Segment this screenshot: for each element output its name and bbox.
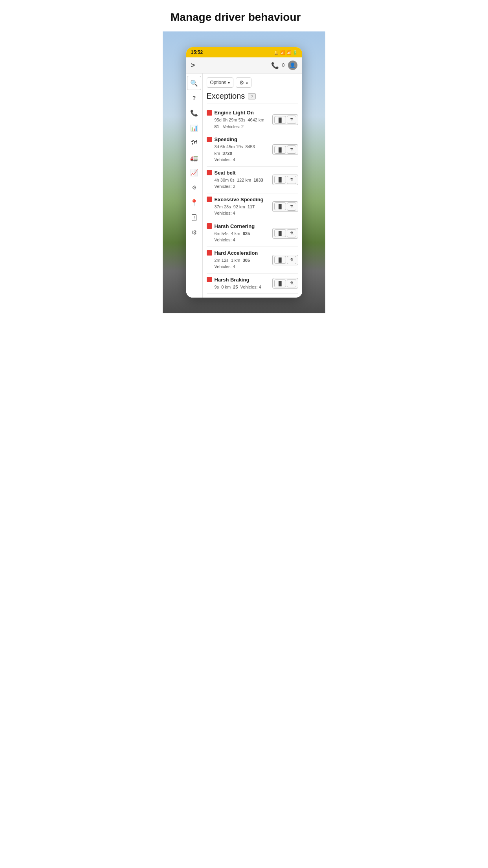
exception-details-excessive-speeding: 37m 28s 92 km 117Vehicles: 4 xyxy=(207,204,272,217)
exception-details-speeding: 3d 6h 45m 19s 8453 km 3720Vehicles: 4 xyxy=(207,143,272,163)
exception-name-row-seat-belt: Seat belt xyxy=(207,170,272,176)
sidebar-item-settings[interactable]: ⚙ xyxy=(187,225,201,239)
bar-chart-button-excessive-speeding[interactable]: ▐▌ xyxy=(274,202,286,210)
bar-chart-button-engine-light[interactable]: ▐▌ xyxy=(274,116,286,124)
status-time: 15:52 xyxy=(191,50,203,55)
section-header: Exceptions ? xyxy=(207,92,298,103)
sidebar-item-map[interactable]: 🗺 xyxy=(187,136,201,150)
bar-chart-button-speeding[interactable]: ▐▌ xyxy=(274,146,286,154)
flask-button-seat-belt[interactable]: ⚗ xyxy=(287,176,296,184)
sidebar-item-help[interactable]: ? xyxy=(187,91,201,105)
nav-bar: > 📞 0 👤 xyxy=(186,57,302,74)
sidebar-item-alert[interactable]: ! xyxy=(187,210,201,224)
options-button[interactable]: Options xyxy=(207,77,233,88)
sidebar-item-search[interactable]: 🔍 xyxy=(187,76,201,90)
settings-button[interactable]: ⚙ xyxy=(236,77,251,88)
user-avatar[interactable]: 👤 xyxy=(288,61,297,70)
truck-icon: 🚛 xyxy=(190,154,198,162)
sidebar-item-engine[interactable]: ⚙ xyxy=(187,180,201,195)
status-bar: 15:52 🔔 📶 📶 🔋 xyxy=(186,47,302,57)
flask-button-harsh-cornering[interactable]: ⚗ xyxy=(287,229,296,237)
nav-right: 📞 0 👤 xyxy=(271,61,297,70)
exception-left-seat-belt: Seat belt4h 30m 0s 122 km 1033Vehicles: … xyxy=(207,170,272,190)
location-icon: 📍 xyxy=(190,199,198,206)
exception-details-hard-acceleration: 2m 12s 1 km 305Vehicles: 4 xyxy=(207,257,272,270)
exception-name-row-hard-acceleration: Hard Acceleration xyxy=(207,250,272,256)
toolbar: Options ⚙ xyxy=(207,77,298,88)
count-bold: 305 xyxy=(243,258,250,263)
map-icon: 🗺 xyxy=(191,139,197,146)
sidebar-item-phone[interactable]: 📞 xyxy=(187,106,201,120)
bar-chart-button-seat-belt[interactable]: ▐▌ xyxy=(274,176,286,184)
sidebar-item-trend[interactable]: 📈 xyxy=(187,166,201,180)
action-button-group-excessive-speeding[interactable]: ▐▌⚗ xyxy=(272,201,298,212)
red-indicator-engine-light xyxy=(207,110,212,116)
exception-actions-seat-belt: ▐▌⚗ xyxy=(272,175,298,185)
flask-button-engine-light[interactable]: ⚗ xyxy=(287,116,296,124)
exception-name-row-harsh-cornering: Harsh Cornering xyxy=(207,223,272,229)
bar-chart-button-harsh-braking[interactable]: ▐▌ xyxy=(274,280,286,287)
settings-gear-icon: ⚙ xyxy=(239,79,244,86)
action-button-group-speeding[interactable]: ▐▌⚗ xyxy=(272,144,298,155)
action-button-group-hard-acceleration[interactable]: ▐▌⚗ xyxy=(272,255,298,265)
flask-icon: ⚗ xyxy=(290,231,294,236)
page-header: Manage driver behaviour xyxy=(163,0,325,31)
app-body: 🔍 ? 📞 📊 🗺 🚛 xyxy=(186,74,302,298)
flask-icon: ⚗ xyxy=(290,281,294,286)
sidebar-item-location[interactable]: 📍 xyxy=(187,195,201,210)
page-title: Manage driver behaviour xyxy=(171,11,317,24)
phone-mockup: 15:52 🔔 📶 📶 🔋 > 📞 0 👤 xyxy=(186,47,302,298)
exception-actions-speeding: ▐▌⚗ xyxy=(272,144,298,155)
options-label: Options xyxy=(210,80,226,85)
exception-name-row-speeding: Speeding xyxy=(207,136,272,142)
flask-button-speeding[interactable]: ⚗ xyxy=(287,145,296,154)
bar-chart-icon: ▐▌ xyxy=(277,177,283,182)
exception-item-speeding: Speeding3d 6h 45m 19s 8453 km 3720Vehicl… xyxy=(207,133,298,167)
bar-chart-button-harsh-cornering[interactable]: ▐▌ xyxy=(274,229,286,237)
flask-icon: ⚗ xyxy=(290,147,294,152)
exception-left-harsh-cornering: Harsh Cornering6m 54s 4 km 625Vehicles: … xyxy=(207,223,272,243)
count-bold: 81 xyxy=(215,124,219,129)
exception-left-harsh-braking: Harsh Braking9s 0 km 25 Vehicles: 4 xyxy=(207,277,272,291)
exception-actions-engine-light: ▐▌⚗ xyxy=(272,114,298,125)
exception-item-hard-acceleration: Hard Acceleration2m 12s 1 km 305Vehicles… xyxy=(207,247,298,274)
bar-chart-icon: ▐▌ xyxy=(277,231,283,235)
sidebar-item-chart[interactable]: 📊 xyxy=(187,121,201,135)
bell-icon: 🔔 xyxy=(274,50,279,55)
count-bold: 3720 xyxy=(222,151,232,156)
exception-left-hard-acceleration: Hard Acceleration2m 12s 1 km 305Vehicles… xyxy=(207,250,272,270)
exception-name-row-engine-light: Engine Light On xyxy=(207,110,272,116)
exception-actions-harsh-cornering: ▐▌⚗ xyxy=(272,228,298,239)
exception-name-text-excessive-speeding: Excessive Speeding xyxy=(215,197,264,202)
bar-chart-button-hard-acceleration[interactable]: ▐▌ xyxy=(274,256,286,264)
wifi-icon: 📶 xyxy=(280,50,285,55)
phone-icon[interactable]: 📞 xyxy=(271,62,279,69)
action-button-group-seat-belt[interactable]: ▐▌⚗ xyxy=(272,175,298,185)
sidebar: 🔍 ? 📞 📊 🗺 🚛 xyxy=(186,74,203,298)
alert-icon: ! xyxy=(192,214,196,221)
exceptions-list: Engine Light On95d 0h 29m 53s 4642 km81 … xyxy=(207,107,298,294)
engine-icon: ⚙ xyxy=(192,184,197,191)
options-chevron xyxy=(228,80,230,85)
bar-chart-icon: ▐▌ xyxy=(277,118,283,122)
action-button-group-engine-light[interactable]: ▐▌⚗ xyxy=(272,114,298,125)
exception-name-text-engine-light: Engine Light On xyxy=(215,110,254,116)
flask-button-hard-acceleration[interactable]: ⚗ xyxy=(287,256,296,264)
action-button-group-harsh-braking[interactable]: ▐▌⚗ xyxy=(272,278,298,289)
flask-icon: ⚗ xyxy=(290,117,294,122)
back-button[interactable]: > xyxy=(191,61,195,70)
flask-button-excessive-speeding[interactable]: ⚗ xyxy=(287,202,296,211)
section-help-button[interactable]: ? xyxy=(248,93,256,99)
flask-button-harsh-braking[interactable]: ⚗ xyxy=(287,279,296,287)
settings-chevron xyxy=(246,79,248,86)
exception-name-text-harsh-braking: Harsh Braking xyxy=(215,277,250,283)
flask-icon: ⚗ xyxy=(290,177,294,182)
exception-details-harsh-cornering: 6m 54s 4 km 625Vehicles: 4 xyxy=(207,230,272,243)
exception-left-engine-light: Engine Light On95d 0h 29m 53s 4642 km81 … xyxy=(207,110,272,130)
sidebar-item-truck[interactable]: 🚛 xyxy=(187,151,201,165)
exception-name-text-speeding: Speeding xyxy=(215,136,238,142)
action-button-group-harsh-cornering[interactable]: ▐▌⚗ xyxy=(272,228,298,239)
exception-actions-harsh-braking: ▐▌⚗ xyxy=(272,278,298,289)
count-bold: 25 xyxy=(233,285,238,289)
flask-icon: ⚗ xyxy=(290,204,294,209)
